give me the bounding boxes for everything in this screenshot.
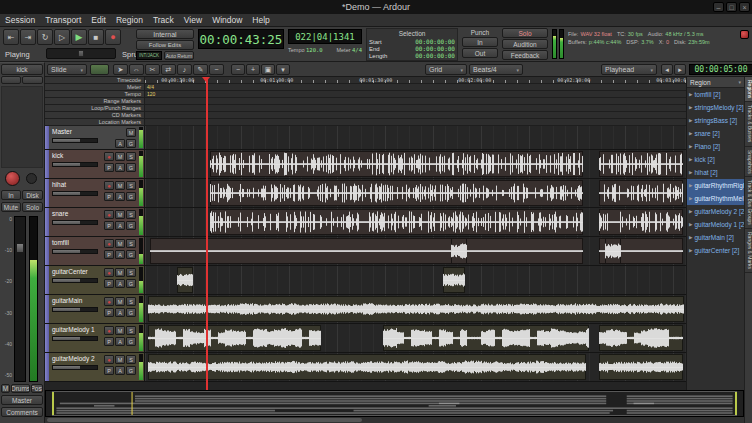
side-tab-ranges-marks[interactable]: Ranges & Marks bbox=[745, 229, 752, 273]
track-header-guitarmelody-1[interactable]: guitarMelody 1●MSPAG bbox=[45, 324, 145, 352]
ruler-timecode[interactable]: Timecode00:00:30:0000:01:00:0000:01:30:0… bbox=[45, 77, 686, 84]
tempo-value[interactable]: 120.0 bbox=[306, 47, 323, 53]
track-s-button[interactable]: S bbox=[126, 297, 136, 306]
menu-region[interactable]: Region bbox=[111, 15, 148, 25]
editor-summary[interactable] bbox=[45, 390, 744, 417]
track-a-button[interactable]: A bbox=[115, 337, 125, 346]
tool-cut[interactable]: ✂ bbox=[145, 64, 160, 75]
track-m-button[interactable]: M bbox=[115, 181, 125, 190]
track-lane-guitarmelody-2[interactable] bbox=[145, 353, 686, 381]
track-lane-tomfill[interactable] bbox=[145, 237, 686, 265]
region-item-stringsbass-2[interactable]: ▶stringsBass [2] bbox=[687, 114, 744, 127]
ruler-body[interactable] bbox=[145, 105, 686, 111]
regions-list-header[interactable]: Region▾ bbox=[687, 77, 744, 88]
track-gain-fader[interactable] bbox=[52, 138, 98, 143]
region-item-snare-2[interactable]: ▶snare [2] bbox=[687, 127, 744, 140]
track-a-button[interactable]: A bbox=[115, 192, 125, 201]
playhead-marker-icon[interactable] bbox=[202, 77, 210, 86]
track-p-button[interactable]: P bbox=[104, 250, 114, 259]
ruler-body[interactable] bbox=[145, 119, 686, 125]
nudge-forward-button[interactable]: ▸ bbox=[674, 64, 686, 75]
record-arm-button[interactable]: ● bbox=[104, 297, 114, 306]
ruler-cd-markers[interactable]: CD Markers bbox=[45, 112, 686, 119]
strip-group-button[interactable]: Drums bbox=[11, 384, 30, 393]
audition-button[interactable]: Audition bbox=[502, 39, 548, 49]
side-tab-regions[interactable]: Regions bbox=[745, 77, 752, 102]
track-a-button[interactable]: A bbox=[115, 139, 125, 148]
record-arm-button[interactable]: ● bbox=[104, 355, 114, 364]
region-item-tomfill-2[interactable]: ▶tomfill [2] bbox=[687, 88, 744, 101]
side-tab-snapshots[interactable]: Snapshots bbox=[745, 147, 752, 178]
region-item-hihat-2[interactable]: ▶hihat [2] bbox=[687, 166, 744, 179]
track-m-button[interactable]: M bbox=[115, 268, 125, 277]
goto-start-button[interactable]: ⇤ bbox=[3, 29, 19, 45]
track-a-button[interactable]: A bbox=[115, 308, 125, 317]
strip-comments-button[interactable]: Comments bbox=[1, 407, 43, 417]
track-header-guitarmelody-2[interactable]: guitarMelody 2●MSPAG bbox=[45, 353, 145, 381]
track-g-button[interactable]: G bbox=[126, 250, 136, 259]
track-p-button[interactable]: P bbox=[104, 366, 114, 375]
strip-input-monitor-button[interactable]: In bbox=[1, 190, 21, 200]
zoom-in-button[interactable]: + bbox=[246, 64, 260, 75]
track-gain-fader[interactable] bbox=[52, 162, 98, 167]
track-lane-guitarcenter[interactable] bbox=[145, 266, 686, 294]
track-gain-fader[interactable] bbox=[52, 278, 98, 283]
track-a-button[interactable]: A bbox=[115, 250, 125, 259]
track-m-button[interactable]: M bbox=[115, 239, 125, 248]
menu-session[interactable]: Session bbox=[0, 15, 40, 25]
auto-return-button[interactable]: Auto Return bbox=[164, 51, 194, 60]
track-p-button[interactable]: P bbox=[104, 221, 114, 230]
punch-in-button[interactable]: In bbox=[462, 37, 498, 47]
track-s-button[interactable]: S bbox=[126, 355, 136, 364]
track-g-button[interactable]: G bbox=[126, 192, 136, 201]
strip-metering-button[interactable]: M bbox=[1, 384, 10, 393]
selection-length-value[interactable]: 00:00:00:00 bbox=[415, 52, 455, 59]
menu-help[interactable]: Help bbox=[247, 15, 274, 25]
track-g-button[interactable]: G bbox=[126, 139, 136, 148]
smart-mode-button[interactable] bbox=[90, 64, 109, 75]
menu-transport[interactable]: Transport bbox=[40, 15, 86, 25]
ruler-body[interactable]: 4/4 bbox=[145, 84, 686, 90]
track-header-guitarmain[interactable]: guitarMain●MSPAG bbox=[45, 295, 145, 323]
edit-mode-select[interactable]: Slide▾ bbox=[47, 64, 87, 75]
record-arm-button[interactable]: ● bbox=[104, 152, 114, 161]
track-s-button[interactable]: S bbox=[126, 268, 136, 277]
ruler-meter[interactable]: Meter4/4 bbox=[45, 84, 686, 91]
track-gain-fader[interactable] bbox=[52, 249, 98, 254]
region-item-guitarmelody-1-2[interactable]: ▶guitarMelody 1 [2] bbox=[687, 218, 744, 231]
ruler-tempo[interactable]: Tempo120 bbox=[45, 91, 686, 98]
feedback-button[interactable]: Feedback bbox=[502, 50, 548, 60]
track-m-button[interactable]: M bbox=[115, 326, 125, 335]
zoom-out-button[interactable]: − bbox=[231, 64, 245, 75]
solo-button[interactable]: Solo bbox=[502, 28, 548, 38]
strip-processor-box[interactable] bbox=[1, 86, 43, 168]
tool-grab[interactable]: ➤ bbox=[113, 64, 128, 75]
record-arm-button[interactable]: ● bbox=[104, 210, 114, 219]
edit-point-select[interactable]: Playhead▾ bbox=[601, 64, 657, 75]
tool-content[interactable]: ~ bbox=[209, 64, 224, 75]
nudge-back-button[interactable]: ◂ bbox=[661, 64, 673, 75]
track-gain-fader[interactable] bbox=[52, 336, 98, 341]
ruler-body[interactable] bbox=[145, 98, 686, 104]
track-g-button[interactable]: G bbox=[126, 366, 136, 375]
record-arm-button[interactable]: ● bbox=[104, 181, 114, 190]
track-header-master[interactable]: MasterMAG bbox=[45, 126, 145, 149]
track-lane-guitarmelody-1[interactable] bbox=[145, 324, 686, 352]
strip-solo-button[interactable]: Solo bbox=[22, 202, 43, 212]
strip-record-arm-button[interactable] bbox=[5, 171, 20, 186]
strip-meter-point-button[interactable]: Post bbox=[31, 384, 43, 393]
region-item-stringsmelody-2[interactable]: ▶stringsMelody [2] bbox=[687, 101, 744, 114]
track-lane-master[interactable] bbox=[145, 126, 686, 149]
strip-disk-monitor-button[interactable]: Disk bbox=[22, 190, 43, 200]
grid-mode-select[interactable]: Grid▾ bbox=[425, 64, 467, 75]
nudge-clock[interactable]: 00:00:05:00 bbox=[689, 64, 752, 75]
track-header-hihat[interactable]: hihat●MSPAG bbox=[45, 179, 145, 207]
region-item-guitarmain-2[interactable]: ▶guitarMain [2] bbox=[687, 231, 744, 244]
track-header-snare[interactable]: snare●MSPAG bbox=[45, 208, 145, 236]
track-m-button[interactable]: M bbox=[115, 297, 125, 306]
selection-end-value[interactable]: 00:00:00:00 bbox=[415, 45, 455, 52]
side-tab-tracks-busses[interactable]: Tracks & Busses bbox=[745, 102, 752, 146]
punch-out-button[interactable]: Out bbox=[462, 48, 498, 58]
menu-track[interactable]: Track bbox=[148, 15, 179, 25]
region-item-guitarrhythmmel-2[interactable]: ▶guitarRhythmMel [2] bbox=[687, 192, 744, 205]
